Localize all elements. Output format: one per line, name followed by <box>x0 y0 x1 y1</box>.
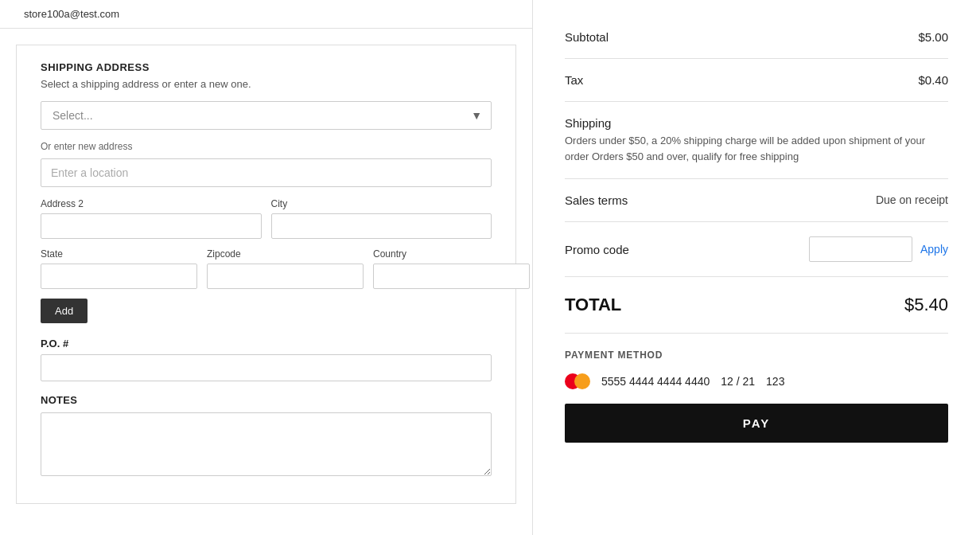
po-input[interactable] <box>41 354 492 381</box>
address2-city-row: Address 2 City <box>41 198 492 239</box>
email-text: store100a@test.com <box>24 8 119 20</box>
subtotal-row: Subtotal $5.00 <box>565 16 948 59</box>
sales-terms-label: Sales terms <box>565 193 628 207</box>
zipcode-input[interactable] <box>207 264 364 289</box>
total-label: TOTAL <box>565 295 621 315</box>
pay-button[interactable]: PAY <box>565 404 948 443</box>
tax-row: Tax $0.40 <box>565 59 948 102</box>
city-input[interactable] <box>271 213 492 239</box>
subtotal-value: $5.00 <box>918 30 948 44</box>
zipcode-label: Zipcode <box>207 248 364 260</box>
shipping-row: Shipping Orders under $50, a 20% shippin… <box>565 102 948 179</box>
total-row: TOTAL $5.40 <box>565 277 948 334</box>
total-value: $5.40 <box>904 295 948 315</box>
apply-promo-button[interactable]: Apply <box>920 243 948 256</box>
shipping-description: Orders under $50, a 20% shipping charge … <box>565 133 948 164</box>
address-select[interactable]: Select... <box>41 101 492 130</box>
email-display: store100a@test.com <box>0 0 532 29</box>
payment-method-title: PAYMENT METHOD <box>565 350 948 361</box>
card-number: 5555 4444 4444 4440 <box>601 375 710 388</box>
promo-row: Promo code Apply <box>565 222 948 277</box>
city-group: City <box>271 198 492 239</box>
promo-input-group: Apply <box>809 236 948 262</box>
tax-value: $0.40 <box>918 73 948 87</box>
payment-section: PAYMENT METHOD 5555 4444 4444 4440 12 / … <box>565 334 948 459</box>
card-cvv: 123 <box>766 375 784 388</box>
state-label: State <box>41 248 197 260</box>
promo-code-input[interactable] <box>809 236 912 262</box>
promo-label: Promo code <box>565 243 629 256</box>
po-label: P.O. # <box>41 338 492 350</box>
notes-textarea[interactable] <box>41 412 492 476</box>
card-info-row: 5555 4444 4444 4440 12 / 21 123 <box>565 373 948 389</box>
tax-label: Tax <box>565 73 583 87</box>
left-panel: store100a@test.com SHIPPING ADDRESS Sele… <box>0 0 533 535</box>
location-input[interactable] <box>41 158 492 187</box>
shipping-subtitle: Select a shipping address or enter a new… <box>41 78 492 90</box>
address-select-wrapper: Select... ▼ <box>41 101 492 130</box>
or-label: Or enter new address <box>41 141 492 152</box>
zipcode-group: Zipcode <box>207 248 364 289</box>
address2-input[interactable] <box>41 213 262 239</box>
country-label: Country <box>373 248 530 260</box>
sales-terms-row: Sales terms Due on receipt <box>565 179 948 222</box>
mastercard-icon <box>565 373 590 389</box>
notes-label: NOTES <box>41 394 492 406</box>
shipping-title: SHIPPING ADDRESS <box>41 61 492 73</box>
subtotal-label: Subtotal <box>565 30 609 44</box>
card-expiry: 12 / 21 <box>721 375 755 388</box>
country-input[interactable] <box>373 264 530 289</box>
sales-terms-value: Due on receipt <box>876 193 948 206</box>
address2-label: Address 2 <box>41 198 262 209</box>
add-address-button[interactable]: Add <box>41 299 88 323</box>
notes-section: NOTES <box>41 394 492 479</box>
country-group: Country <box>373 248 530 289</box>
shipping-section: SHIPPING ADDRESS Select a shipping addre… <box>16 45 516 504</box>
shipping-label: Shipping <box>565 116 948 130</box>
state-input[interactable] <box>41 264 197 289</box>
state-group: State <box>41 248 197 289</box>
po-section: P.O. # <box>41 338 492 381</box>
address2-group: Address 2 <box>41 198 262 239</box>
right-panel: Subtotal $5.00 Tax $0.40 Shipping Orders… <box>533 0 980 535</box>
state-zip-country-row: State Zipcode Country <box>41 248 492 289</box>
city-label: City <box>271 198 492 209</box>
